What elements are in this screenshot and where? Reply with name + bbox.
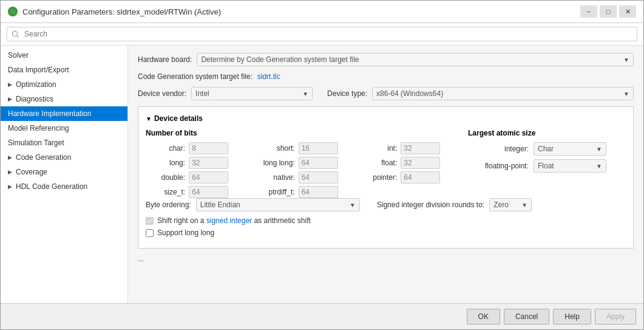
sidebar-item-model-label: Model Referencing (8, 124, 69, 132)
sidebar-item-diagnostics-label: Diagnostics (16, 95, 53, 103)
sidebar: Solver Data Import/Export Optimization D… (1, 46, 128, 303)
device-type-dropdown[interactable]: x86-64 (Windows64) ▼ (372, 87, 634, 100)
sidebar-item-diagnostics[interactable]: Diagnostics (1, 92, 127, 106)
app-icon (8, 7, 18, 16)
main-content: Solver Data Import/Export Optimization D… (1, 46, 643, 303)
long-label: long: (146, 159, 185, 167)
signed-integer-link[interactable]: signed integer (206, 216, 252, 225)
sidebar-item-code-label: Code Generation (16, 153, 71, 162)
sidebar-item-hdl[interactable]: HDL Code Generation (1, 179, 127, 194)
help-button[interactable]: Help (553, 309, 591, 325)
sidebar-item-sim-target[interactable]: Simulation Target (1, 136, 127, 150)
shift-checkbox-row: Shift right on a signed integer as arith… (146, 216, 626, 225)
shift-checkbox-label: Shift right on a signed integer as arith… (157, 216, 311, 225)
floating-point-label: floating-point: (468, 162, 529, 170)
ok-button[interactable]: OK (467, 309, 500, 325)
integer-value: Char (538, 145, 554, 153)
footer: OK Cancel Help Apply (1, 303, 643, 329)
floating-point-arrow-icon: ▼ (596, 163, 602, 170)
content-area: Hardware board: Determine by Code Genera… (128, 46, 643, 303)
integer-row: integer: Char ▼ (468, 142, 626, 156)
byte-ordering-value: Little Endian (200, 201, 240, 209)
sidebar-item-coverage[interactable]: Coverage (1, 165, 127, 179)
ellipsis-text: ... (138, 255, 634, 263)
window-controls: − □ ✕ (580, 5, 636, 18)
integer-dropdown[interactable]: Char ▼ (534, 142, 606, 156)
signed-int-dropdown[interactable]: Zero ▼ (489, 198, 532, 211)
integer-label: integer: (468, 145, 529, 153)
float-input (401, 157, 440, 169)
title-bar: Configuration Parameters: sldrtex_model/… (1, 1, 643, 23)
sidebar-item-data-label: Data Import/Export (8, 66, 69, 74)
code-gen-link[interactable]: sldrt.tlc (257, 72, 280, 81)
double-input (189, 171, 228, 184)
cancel-button[interactable]: Cancel (504, 309, 549, 325)
hardware-board-arrow-icon: ▼ (623, 57, 629, 63)
floating-point-dropdown[interactable]: Float ▼ (534, 159, 606, 173)
minimize-button[interactable]: − (580, 5, 597, 18)
char-label: char: (146, 144, 185, 153)
code-gen-row: Code Generation system target file: sldr… (138, 72, 634, 81)
atomic-section: Largest atomic size integer: Char ▼ floa… (468, 129, 626, 198)
short-label: short: (248, 144, 295, 153)
byte-ordering-dropdown[interactable]: Little Endian ▼ (196, 198, 360, 211)
sidebar-item-code-gen[interactable]: Code Generation (1, 150, 127, 165)
search-bar (1, 23, 643, 46)
shift-checkbox[interactable] (146, 217, 154, 225)
sidebar-item-model-ref[interactable]: Model Referencing (1, 121, 127, 136)
device-vendor-label: Device vendor: (138, 89, 186, 98)
long-long-checkbox-row: Support long long (146, 229, 626, 237)
signed-int-label: Signed integer division rounds to: (377, 201, 484, 209)
char-input (189, 142, 228, 154)
device-type-value: x86-64 (Windows64) (376, 89, 443, 98)
device-type-label: Device type: (327, 89, 367, 98)
sidebar-item-hardware-label: Hardware Implementation (8, 109, 91, 118)
device-vendor-dropdown[interactable]: Intel ▼ (191, 87, 313, 100)
title-bar-left: Configuration Parameters: sldrtex_model/… (8, 7, 221, 16)
signed-int-value: Zero (493, 201, 509, 209)
hardware-board-value: Determine by Code Generation system targ… (201, 55, 359, 64)
device-details-header: ▼ Device details (146, 114, 626, 123)
long-long-checkbox[interactable] (146, 229, 154, 237)
device-vendor-row: Device vendor: Intel ▼ Device type: x86-… (138, 87, 634, 100)
native-label: native: (248, 173, 295, 182)
signed-int-arrow-icon: ▼ (521, 202, 527, 208)
long-long-label: long long: (248, 159, 295, 167)
hardware-board-dropdown[interactable]: Determine by Code Generation system targ… (197, 53, 634, 66)
ptrdiff-t-label: ptrdiff_t: (248, 188, 295, 196)
short-input (299, 142, 338, 154)
long-input (189, 157, 228, 169)
double-label: double: (146, 173, 185, 182)
device-type-arrow-icon: ▼ (623, 91, 629, 97)
sidebar-item-coverage-label: Coverage (16, 168, 47, 176)
sidebar-item-data-import[interactable]: Data Import/Export (1, 63, 127, 77)
main-window: Configuration Parameters: sldrtex_model/… (0, 0, 644, 330)
float-label: float: (357, 159, 397, 167)
size-t-input (189, 186, 228, 198)
int-label: int: (357, 144, 397, 153)
device-details-label: Device details (154, 114, 203, 123)
two-column-layout: Number of bits char: short: int: long: (146, 129, 626, 198)
sidebar-item-sim-label: Simulation Target (8, 139, 64, 147)
bits-section: Number of bits char: short: int: long: (146, 129, 456, 198)
floating-point-value: Float (538, 162, 554, 170)
search-input[interactable] (7, 27, 637, 41)
sidebar-item-optimization[interactable]: Optimization (1, 77, 127, 92)
pointer-input (401, 171, 440, 184)
device-vendor-value: Intel (195, 89, 209, 98)
long-long-checkbox-label: Support long long (157, 229, 214, 237)
sidebar-item-hardware-impl[interactable]: Hardware Implementation (1, 106, 127, 121)
collapse-icon[interactable]: ▼ (146, 115, 152, 122)
native-input (299, 171, 338, 184)
device-details-box: ▼ Device details Number of bits char: sh… (138, 106, 634, 249)
hardware-board-label: Hardware board: (138, 55, 192, 64)
maximize-button[interactable]: □ (600, 5, 617, 18)
close-button[interactable]: ✕ (619, 5, 636, 18)
apply-button[interactable]: Apply (595, 309, 636, 325)
sidebar-item-solver[interactable]: Solver (1, 48, 127, 63)
hardware-board-row: Hardware board: Determine by Code Genera… (138, 53, 634, 66)
sidebar-item-solver-label: Solver (8, 51, 29, 60)
signed-int-row: Signed integer division rounds to: Zero … (377, 198, 532, 211)
pointer-label: pointer: (357, 173, 397, 182)
long-long-input (299, 157, 338, 169)
